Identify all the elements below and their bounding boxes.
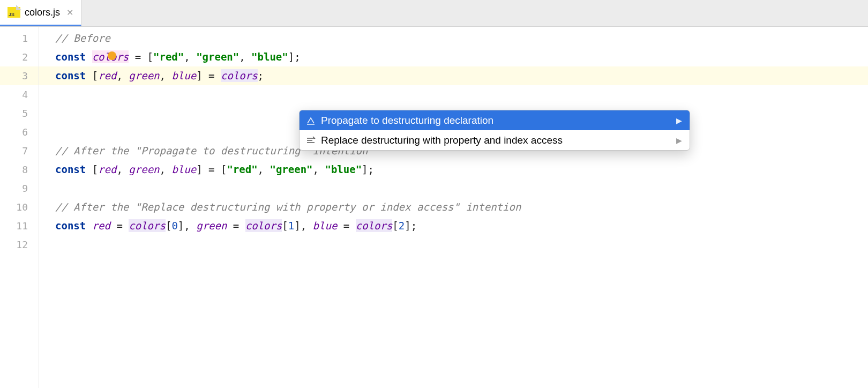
js-file-icon: JS bbox=[8, 7, 20, 18]
intention-action-label: Replace destructuring with property and … bbox=[321, 135, 563, 146]
intention-actions-popup: Propagate to destructuring declaration ▶… bbox=[299, 110, 690, 151]
code-line: // After the "Replace destructuring with… bbox=[55, 198, 868, 217]
editor-tab[interactable]: JS colors.js ✕ bbox=[0, 0, 81, 26]
code-line: const colors = ["red", "green", "blue"]; bbox=[55, 48, 868, 66]
code-line: // Before bbox=[55, 29, 868, 48]
code-line: const [red, green, blue] = ["red", "gree… bbox=[55, 160, 868, 179]
line-number: 12 bbox=[0, 235, 39, 254]
line-number: 8 bbox=[0, 160, 39, 179]
line-number: 3 bbox=[0, 66, 39, 85]
comment-text: // Before bbox=[55, 32, 110, 44]
code-line bbox=[55, 179, 868, 198]
line-number: 7 bbox=[0, 141, 39, 160]
code-line bbox=[55, 85, 868, 104]
code-line: const red = colors[0], green = colors[1]… bbox=[55, 217, 868, 235]
comment-text: // After the "Replace destructuring with… bbox=[55, 201, 521, 213]
line-number: 6 bbox=[0, 123, 39, 141]
line-number: 9 bbox=[0, 179, 39, 198]
line-number: 10 bbox=[0, 198, 39, 217]
line-number: 4 bbox=[0, 85, 39, 104]
intention-action-label: Propagate to destructuring declaration bbox=[321, 115, 493, 126]
tab-filename: colors.js bbox=[25, 7, 60, 18]
line-number: 2 bbox=[0, 48, 39, 66]
line-number: 1 bbox=[0, 29, 39, 48]
code-content[interactable]: // Before const colors = ["red", "green"… bbox=[39, 27, 868, 388]
chevron-right-icon: ▶ bbox=[676, 116, 682, 125]
intention-bulb-icon[interactable] bbox=[108, 51, 116, 60]
intention-action-propagate[interactable]: Propagate to destructuring declaration ▶ bbox=[300, 110, 690, 130]
line-number-gutter: 1 2 3 4 5 6 7 8 9 10 11 12 bbox=[0, 27, 39, 388]
code-line bbox=[55, 235, 868, 254]
chevron-right-icon: ▶ bbox=[676, 136, 682, 145]
code-line: const [red, green, blue] = colors; bbox=[39, 66, 868, 85]
line-number: 5 bbox=[0, 104, 39, 123]
editor-tab-bar: JS colors.js ✕ bbox=[0, 0, 868, 27]
close-icon[interactable]: ✕ bbox=[66, 8, 73, 18]
intention-action-icon bbox=[306, 116, 316, 125]
editor-area: 1 2 3 4 5 6 7 8 9 10 11 12 // Before con… bbox=[0, 27, 868, 388]
intention-action-replace[interactable]: Replace destructuring with property and … bbox=[300, 130, 690, 150]
line-number: 11 bbox=[0, 217, 39, 235]
intention-action-icon bbox=[306, 136, 316, 145]
